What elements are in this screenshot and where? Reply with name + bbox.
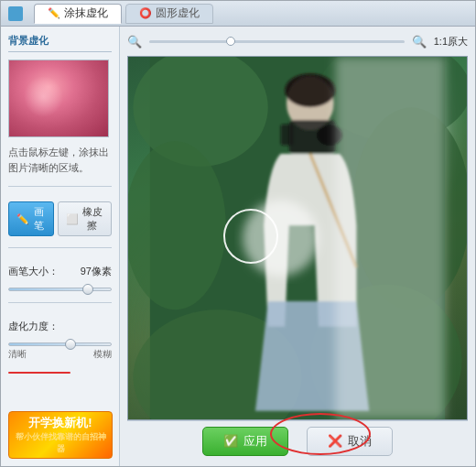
bottom-wrapper: ✅ 应用 ❌ 取消	[127, 420, 468, 461]
apply-button[interactable]: ✅ 应用	[202, 427, 288, 456]
blur-track	[8, 342, 112, 346]
cancel-label: 取消	[348, 433, 372, 450]
smear-tab-icon: ✏️	[48, 7, 60, 19]
tab-smear[interactable]: ✏️ 涂抹虚化	[34, 4, 122, 24]
apply-label: 应用	[243, 433, 267, 450]
svg-rect-14	[335, 57, 445, 419]
cancel-button[interactable]: ❌ 取消	[307, 427, 393, 456]
bottom-bar: ✅ 应用 ❌ 取消	[127, 420, 468, 461]
eraser-icon: ⬜	[66, 213, 79, 225]
canvas-area[interactable]	[127, 56, 468, 420]
hint-text: 点击鼠标左键，涂抹出图片清晰的区域。	[8, 145, 112, 175]
svg-point-3	[128, 141, 226, 310]
blur-thumb[interactable]	[65, 339, 76, 350]
svg-point-13	[243, 201, 319, 277]
main-window: ✏️ 涂抹虚化 ⭕ 圆形虚化 背景虚化 点击鼠标左键，涂抹出图片清晰的区域。	[0, 0, 476, 467]
tool-row: ✏️ 画笔 ⬜ 橡皮擦	[8, 201, 112, 236]
zoom-slider-track	[149, 40, 405, 43]
apply-checkmark-icon: ✅	[223, 434, 238, 448]
blur-max-label: 模糊	[93, 348, 112, 361]
preview-box	[8, 60, 109, 137]
blur-slider-labels: 清晰 模糊	[8, 348, 112, 361]
cancel-x-icon: ❌	[328, 434, 342, 448]
brush-size-thumb[interactable]	[82, 284, 93, 295]
titlebar: ✏️ 涂抹虚化 ⭕ 圆形虚化	[1, 1, 475, 27]
brush-size-track	[8, 288, 112, 291]
ad-banner[interactable]: 开学换新机! 帮小伙伴找靠谱的自招神器	[8, 411, 113, 459]
tab-bar: ✏️ 涂抹虚化 ⭕ 圆形虚化	[34, 4, 468, 24]
blur-slider-container: 清晰 模糊	[8, 342, 112, 361]
separator-1	[8, 186, 112, 187]
brush-size-label: 画笔大小： 97像素	[8, 265, 112, 278]
ad-main-text: 开学换新机!	[28, 415, 92, 431]
photo-svg	[128, 57, 467, 419]
brush-size-value: 97像素	[81, 265, 112, 278]
zoom-out-icon[interactable]: 🔍	[127, 35, 142, 49]
circle-tab-icon: ⭕	[139, 7, 152, 19]
main-content: 背景虚化 点击鼠标左键，涂抹出图片清晰的区域。 ✏️ 画笔 ⬜ 橡皮擦	[1, 27, 475, 466]
eraser-tool-button[interactable]: ⬜ 橡皮擦	[58, 201, 112, 236]
separator-2	[8, 247, 112, 248]
zoom-label: 1:1原大	[434, 35, 468, 49]
separator-3	[8, 302, 112, 303]
brush-label: 画笔	[32, 205, 46, 233]
eraser-label: 橡皮擦	[81, 205, 103, 233]
app-icon	[8, 6, 23, 21]
smear-tab-label: 涂抹虚化	[64, 5, 108, 21]
ad-sub-text: 帮小伙伴找靠谱的自招神器	[13, 431, 108, 455]
blur-label: 虚化力度：	[8, 320, 112, 333]
brush-size-slider-container	[8, 288, 112, 291]
blur-min-label: 清晰	[8, 348, 27, 361]
panel-title: 背景虚化	[8, 34, 112, 52]
brush-tool-button[interactable]: ✏️ 画笔	[8, 201, 54, 236]
zoom-thumb[interactable]	[226, 37, 235, 46]
left-panel: 背景虚化 点击鼠标左键，涂抹出图片清晰的区域。 ✏️ 画笔 ⬜ 橡皮擦	[1, 27, 120, 466]
zoom-bar: 🔍 🔍 1:1原大	[127, 32, 468, 50]
tab-circle[interactable]: ⭕ 圆形虚化	[125, 4, 213, 24]
right-panel: 🔍 🔍 1:1原大	[120, 27, 475, 466]
svg-point-8	[285, 73, 335, 107]
zoom-in-icon[interactable]: 🔍	[412, 35, 427, 49]
annotation-line	[8, 372, 70, 374]
svg-rect-10	[281, 125, 294, 146]
preview-image	[9, 60, 108, 136]
brush-icon: ✏️	[16, 213, 29, 225]
circle-tab-label: 圆形虚化	[156, 5, 200, 21]
